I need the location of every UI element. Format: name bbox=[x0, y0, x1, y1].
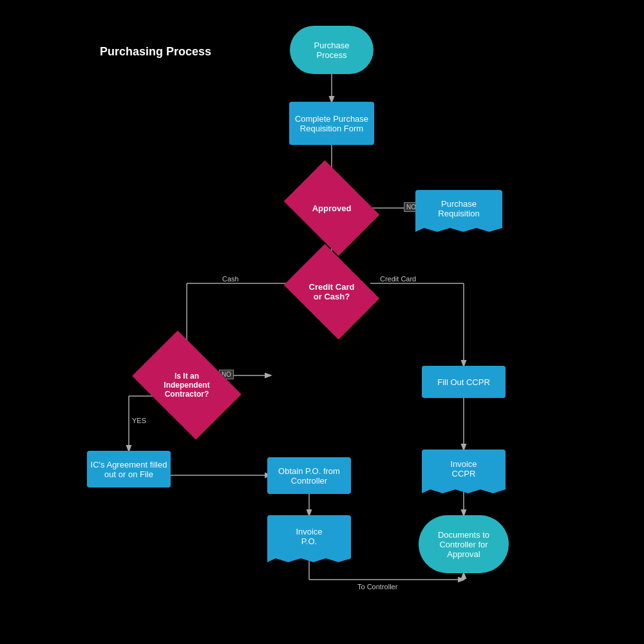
to-controller-label: To Controller bbox=[357, 583, 397, 591]
fill-ccpr-label: Fill Out CCPR bbox=[437, 377, 490, 387]
approved-diamond bbox=[284, 160, 379, 256]
fill-ccpr-node: Fill Out CCPR bbox=[422, 366, 506, 398]
independent-contractor-node: Is It an Independent Contractor? bbox=[142, 353, 232, 417]
invoice-ccpr-node: Invoice CCPR bbox=[422, 450, 506, 488]
documents-controller-label: Documents to Controller for Approval bbox=[438, 530, 489, 559]
obtain-po-label: Obtain P.O. from Controller bbox=[278, 466, 340, 486]
credit-card-label: Credit Card bbox=[380, 275, 416, 283]
invoice-ccpr-label: Invoice CCPR bbox=[450, 459, 477, 478]
start-node: Purchase Process bbox=[290, 26, 374, 74]
purchase-req-node: Purchase Requisition bbox=[415, 190, 502, 227]
credit-cash-diamond bbox=[284, 244, 379, 339]
cash-label: Cash bbox=[222, 275, 239, 283]
complete-form-node: Complete Purchase Requisition Form bbox=[289, 102, 374, 145]
yes-label-contractor: YES bbox=[132, 417, 146, 424]
documents-controller-node: Documents to Controller for Approval bbox=[419, 515, 509, 573]
purchase-req-label: Purchase Requisition bbox=[438, 199, 479, 218]
start-label: Purchase Process bbox=[314, 41, 350, 60]
invoice-po-label: Invoice P.O. bbox=[296, 527, 322, 546]
credit-cash-node: Credit Card or Cash? bbox=[293, 263, 370, 321]
ic-agreement-node: IC's Agreement filled out or on File bbox=[87, 451, 171, 488]
contractor-diamond bbox=[132, 330, 242, 440]
approved-node: Approved bbox=[293, 179, 370, 237]
obtain-po-node: Obtain P.O. from Controller bbox=[267, 457, 351, 494]
diagram-title: Purchasing Process bbox=[100, 45, 211, 59]
invoice-po-node: Invoice P.O. bbox=[267, 515, 351, 557]
ic-agreement-label: IC's Agreement filled out or on File bbox=[91, 460, 167, 479]
complete-form-label: Complete Purchase Requisition Form bbox=[295, 114, 368, 133]
